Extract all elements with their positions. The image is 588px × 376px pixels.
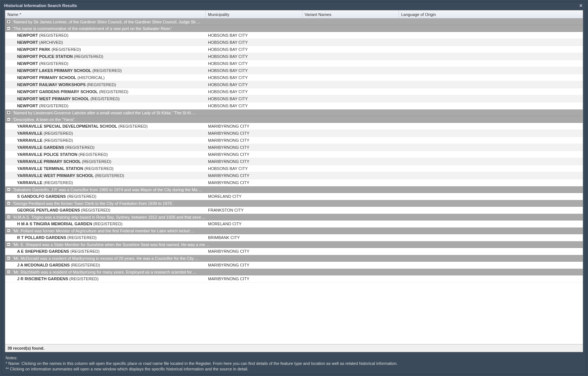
collapse-icon[interactable]: − [7,215,11,219]
cell-name[interactable]: J R RISCBIETH GARDENS (REGISTERED) [5,277,206,281]
place-name: NEWPORT [17,40,38,45]
table-row[interactable]: NEWPORT (ARCHIVED) HOBSONS BAY CITY [5,39,583,46]
group-row[interactable]: − 'Mr. E. Shepard was a State Member for… [5,241,583,248]
group-row[interactable]: + 'Named by Lieutenant-Governor Latrobe … [5,109,583,116]
col-header-variant[interactable]: Variant Names [302,10,399,18]
cell-name[interactable]: NEWPORT (REGISTERED) [5,33,206,37]
col-header-language[interactable]: Language of Origin [399,10,583,18]
cell-name[interactable]: YARRAVILLE TERMINAL STATION (REGISTERED) [5,166,206,171]
cell-name[interactable]: NEWPORT GARDENS PRIMARY SCHOOL (REGISTER… [5,89,206,94]
table-row[interactable]: NEWPORT GARDENS PRIMARY SCHOOL (REGISTER… [5,88,583,95]
table-row[interactable]: NEWPORT RAILWAY WORKSHOPS (REGISTERED) H… [5,81,583,88]
cell-name[interactable]: R T POLLARD GARDENS (REGISTERED) [5,235,206,240]
cell-name[interactable]: NEWPORT RAILWAY WORKSHOPS (REGISTERED) [5,82,206,87]
table-row[interactable]: GEORGE PENTLAND GARDENS (REGISTERED) FRA… [5,207,583,214]
col-header-name[interactable]: Name * [5,10,206,18]
notes: Notes: * Name: Clicking on the names in … [2,354,586,374]
collapse-icon[interactable]: − [7,187,11,192]
group-row[interactable]: − 'The name is commemorative of the esta… [5,25,583,32]
collapse-icon[interactable]: − [7,270,11,274]
cell-municipality: FRANKSTON CITY [206,208,302,212]
cell-municipality: MARIBYRNONG CITY [206,131,302,135]
place-status: (HISTORICAL) [78,75,105,80]
place-name: YARRAVILLE WEST PRIMARY SCHOOL [17,173,94,178]
cell-name[interactable]: NEWPORT (ARCHIVED) [5,40,206,45]
place-status: (REGISTERED) [44,180,73,185]
place-name: YARRAVILLE [17,138,42,143]
group-label: 'Named by Sir James Lorimer, of the Gard… [13,20,200,24]
table-row[interactable]: NEWPORT LAKES PRIMARY SCHOOL (REGISTERED… [5,67,583,74]
cell-name[interactable]: NEWPORT LAKES PRIMARY SCHOOL (REGISTERED… [5,68,206,73]
cell-name[interactable]: NEWPORT WEST PRIMARY SCHOOL (REGISTERED) [5,97,206,101]
cell-name[interactable]: GEORGE PENTLAND GARDENS (REGISTERED) [5,208,206,212]
cell-municipality: BRIMBANK CITY [206,235,302,240]
table-row[interactable]: YARRAVILLE WEST PRIMARY SCHOOL (REGISTER… [5,172,583,179]
col-header-municipality[interactable]: Municipality [206,10,302,18]
cell-name[interactable]: A E SHEPHERD GARDENS (REGISTERED) [5,249,206,254]
place-status: (REGISTERED) [95,173,124,178]
place-name: NEWPORT [17,33,38,37]
cell-name[interactable]: YARRAVILLE PRIMARY SCHOOL (REGISTERED) [5,159,206,164]
collapse-icon[interactable]: − [7,229,11,233]
cell-name[interactable]: NEWPORT (REGISTERED) [5,61,206,66]
table-row[interactable]: YARRAVILLE (REGISTERED) MARIBYRNONG CITY [5,137,583,144]
cell-name[interactable]: NEWPORT POLICE STATION (REGISTERED) [5,54,206,59]
group-row[interactable]: + 'Named by Sir James Lorimer, of the Ga… [5,19,583,25]
collapse-icon[interactable]: − [7,242,11,246]
group-label: 'Salvatore Gandolfo, J.P. was a Councill… [13,187,202,192]
cell-name[interactable]: YARRAVILLE (REGISTERED) [5,180,206,185]
place-name: YARRAVILLE GARDENS [17,145,64,150]
table-row[interactable]: A E SHEPHERD GARDENS (REGISTERED) MARIBY… [5,248,583,255]
table-row[interactable]: YARRAVILLE (REGISTERED) MARIBYRNONG CITY [5,130,583,137]
group-row[interactable]: − 'George Pentland was the former Town C… [5,200,583,207]
collapse-icon[interactable]: − [7,256,11,260]
table-row[interactable]: NEWPORT PARK (REGISTERED) HOBSONS BAY CI… [5,46,583,53]
cell-name[interactable]: NEWPORT PRIMARY SCHOOL (HISTORICAL) [5,75,206,80]
table-row[interactable]: YARRAVILLE PRIMARY SCHOOL (REGISTERED) M… [5,158,583,165]
table-row[interactable]: J R RISCBIETH GARDENS (REGISTERED) MARIB… [5,275,583,282]
group-row[interactable]: − 'Mr. Pollard was former Minister of Ar… [5,228,583,234]
cell-name[interactable]: H M A S TINGIRA MEMORIAL GARDEN (REGISTE… [5,222,206,226]
table-row[interactable]: J A MCDONALD GARDENS (REGISTERED) MARIBY… [5,262,583,269]
close-icon[interactable]: × [578,3,584,9]
expand-icon[interactable]: + [7,20,11,24]
table-row[interactable]: NEWPORT WEST PRIMARY SCHOOL (REGISTERED)… [5,95,583,102]
table-row[interactable]: NEWPORT (REGISTERED) HOBSONS BAY CITY [5,60,583,67]
collapse-icon[interactable]: − [7,117,11,121]
table-row[interactable]: YARRAVILLE (REGISTERED) MARIBYRNONG CITY [5,179,583,186]
grid-body[interactable]: + 'Named by Sir James Lorimer, of the Ga… [5,19,583,344]
table-row[interactable]: NEWPORT (REGISTERED) HOBSONS BAY CITY [5,32,583,39]
place-status: (REGISTERED) [52,47,81,52]
cell-name[interactable]: YARRAVILLE POLICE STATION (REGISTERED) [5,152,206,157]
cell-name[interactable]: YARRAVILLE (REGISTERED) [5,131,206,135]
cell-name[interactable]: NEWPORT PARK (REGISTERED) [5,47,206,52]
group-row[interactable]: − 'Descriptive. A town on the "Yarra". [5,116,583,123]
cell-name[interactable]: J A MCDONALD GARDENS (REGISTERED) [5,263,206,267]
table-row[interactable]: H M A S TINGIRA MEMORIAL GARDEN (REGISTE… [5,220,583,228]
table-row[interactable]: S GANDOLFO GARDENS (REGISTERED) MORELAND… [5,193,583,200]
expand-icon[interactable]: + [7,111,11,115]
table-row[interactable]: YARRAVILLE SPECIAL DEVELOPMENTAL SCHOOL … [5,123,583,130]
cell-name[interactable]: YARRAVILLE GARDENS (REGISTERED) [5,145,206,150]
group-row[interactable]: − 'Mr. McDonald was a resident of Mariby… [5,255,583,262]
group-row[interactable]: − 'Mr. Rischbieth was a resident of Mari… [5,269,583,275]
table-row[interactable]: NEWPORT POLICE STATION (REGISTERED) HOBS… [5,53,583,60]
cell-name[interactable]: S GANDOLFO GARDENS (REGISTERED) [5,194,206,199]
table-row[interactable]: R T POLLARD GARDENS (REGISTERED) BRIMBAN… [5,234,583,241]
table-row[interactable]: NEWPORT (REGISTERED) HOBSONS BAY CITY [5,102,583,109]
place-status: (REGISTERED) [70,249,100,254]
table-row[interactable]: YARRAVILLE TERMINAL STATION (REGISTERED)… [5,165,583,172]
table-row[interactable]: YARRAVILLE GARDENS (REGISTERED) MARIBYRN… [5,144,583,151]
table-row[interactable]: YARRAVILLE POLICE STATION (REGISTERED) M… [5,151,583,158]
cell-name[interactable]: YARRAVILLE (REGISTERED) [5,138,206,143]
cell-name[interactable]: YARRAVILLE WEST PRIMARY SCHOOL (REGISTER… [5,173,206,178]
cell-name[interactable]: NEWPORT (REGISTERED) [5,104,206,108]
collapse-icon[interactable]: − [7,26,11,30]
collapse-icon[interactable]: − [7,201,11,205]
place-status: (REGISTERED) [81,208,110,212]
cell-municipality: MARIBYRNONG CITY [206,138,302,143]
group-row[interactable]: − 'Salvatore Gandolfo, J.P. was a Counci… [5,186,583,193]
group-row[interactable]: − 'H.M.A.S. Tingira was a training ship … [5,214,583,220]
table-row[interactable]: NEWPORT PRIMARY SCHOOL (HISTORICAL) HOBS… [5,74,583,81]
cell-name[interactable]: YARRAVILLE SPECIAL DEVELOPMENTAL SCHOOL … [5,124,206,128]
